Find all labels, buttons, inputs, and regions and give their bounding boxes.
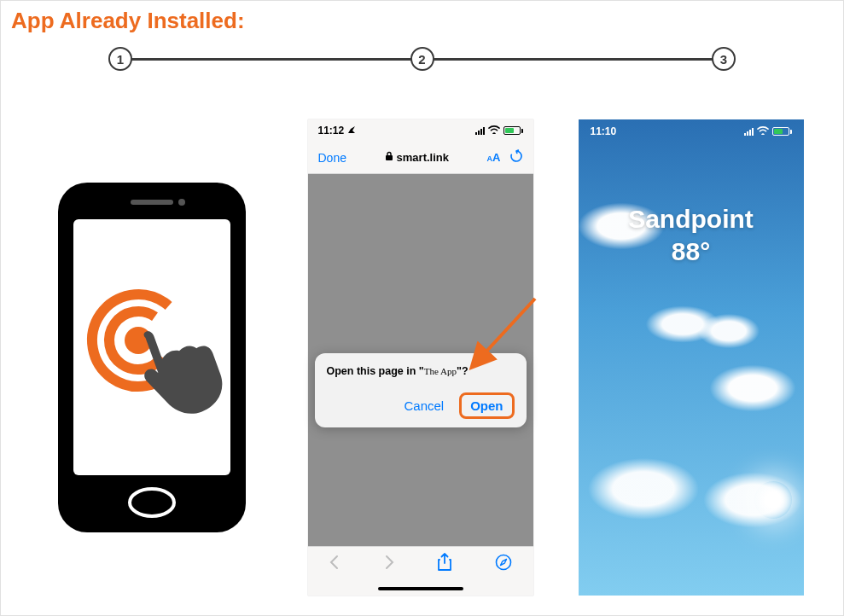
cloud-decoration (621, 290, 775, 358)
step-3: 3 (712, 47, 736, 71)
panel-safari-dialog: 11:12 Done smart.link (308, 119, 533, 596)
lock-icon (385, 151, 393, 164)
browser-content-area: Open this page in "The App"? Cancel Open (308, 174, 533, 546)
location-arrow-icon (347, 125, 356, 137)
section-title: App Already Installed: (1, 1, 843, 38)
alert-message: Open this page in "The App"? (327, 365, 515, 377)
cancel-button[interactable]: Cancel (404, 398, 444, 413)
done-button[interactable]: Done (318, 151, 346, 165)
svg-rect-2 (131, 200, 173, 205)
panel-phone-tap (41, 170, 263, 545)
panel-weather-app: 11:10 Sandpoint 88° (579, 119, 804, 596)
city-name: Sandpoint (579, 205, 804, 234)
open-in-app-alert: Open this page in "The App"? Cancel Open (315, 353, 527, 427)
status-bar: 11:10 (579, 119, 804, 143)
text-size-button[interactable]: AA (487, 151, 501, 164)
reload-icon[interactable] (509, 149, 523, 166)
step-2: 2 (410, 47, 434, 71)
back-icon[interactable] (329, 555, 341, 574)
svg-point-10 (496, 555, 510, 570)
phone-illustration (49, 178, 254, 537)
browser-toolbar (308, 546, 533, 582)
status-time: 11:10 (591, 125, 617, 137)
open-button[interactable]: Open (459, 392, 514, 419)
battery-icon (503, 126, 523, 135)
step-indicator: 1 2 3 (52, 38, 792, 80)
battery-icon (772, 127, 792, 136)
sun-decoration (754, 481, 792, 519)
svg-rect-8 (386, 155, 393, 160)
safari-icon[interactable] (495, 554, 512, 575)
cellular-signal-icon (744, 127, 754, 136)
step-1: 1 (108, 47, 132, 71)
wifi-icon (757, 125, 769, 137)
url-display[interactable]: smart.link (385, 151, 449, 164)
share-icon[interactable] (437, 553, 452, 576)
status-time: 11:12 (318, 125, 356, 137)
svg-point-3 (178, 199, 185, 206)
temperature: 88° (579, 237, 804, 266)
panels-row: 11:12 Done smart.link (1, 80, 843, 609)
status-bar: 11:12 (308, 119, 533, 142)
home-indicator (308, 582, 533, 596)
wifi-icon (488, 125, 500, 137)
cellular-signal-icon (475, 126, 485, 135)
forward-icon[interactable] (383, 555, 395, 574)
browser-url-bar: Done smart.link AA (308, 142, 533, 174)
